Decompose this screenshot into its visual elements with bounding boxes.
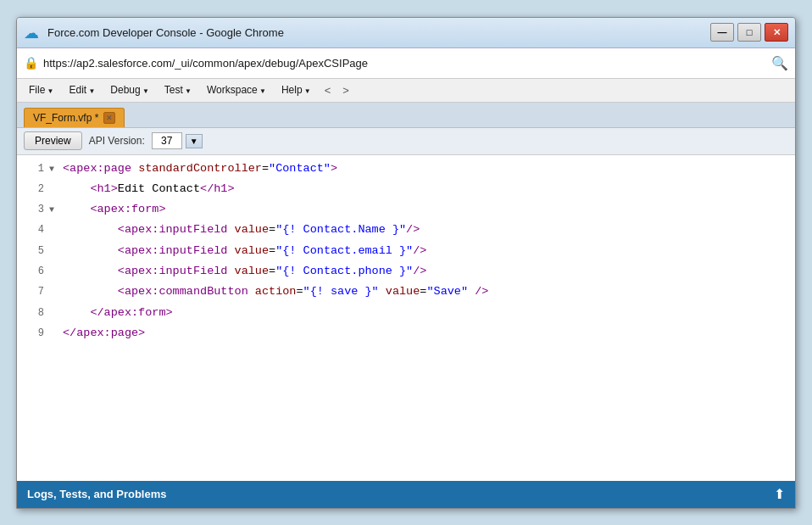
line-number: 4 [24,221,44,240]
table-row: 8 </apex:form> [17,303,795,323]
line-number: 2 [24,181,44,199]
minimize-button[interactable]: — [710,23,734,42]
table-row: 7 <apex:commandButton action="{! save }"… [17,282,795,302]
table-row: 1▼<apex:page standardController="Contact… [17,159,795,179]
bottom-panel: Logs, Tests, and Problems ⬆ [17,481,795,508]
lock-icon: 🔒 [24,56,38,70]
menu-help[interactable]: Help [275,81,318,98]
window-title: Force.com Developer Console - Google Chr… [47,26,710,39]
menu-file[interactable]: File [22,81,60,98]
window-controls: — □ ✕ [710,23,788,42]
menu-debug[interactable]: Debug [103,81,156,98]
expand-panel-icon[interactable]: ⬆ [774,486,785,502]
code-text: <apex:inputField value="{! Contact.Name … [63,220,420,240]
api-version-dropdown-button[interactable]: ▼ [186,134,203,148]
search-icon[interactable]: 🔍 [771,55,788,71]
editor-toolbar: Preview API Version: 37 ▼ [17,128,795,155]
api-version-label: API Version: [89,135,145,147]
code-text: <apex:inputField value="{! Contact.email… [63,241,426,261]
bottom-panel-label: Logs, Tests, and Problems [27,488,166,500]
line-number: 6 [24,263,44,282]
line-number: 8 [24,304,44,323]
code-text: <apex:form> [63,199,166,220]
maximize-button[interactable]: □ [737,23,761,42]
line-number: 1 [24,160,44,179]
code-text: <apex:commandButton action="{! save }" v… [63,282,488,302]
tab-close-button[interactable]: ✕ [103,112,115,124]
line-number: 7 [24,283,44,302]
api-version-selector: 37 ▼ [152,132,203,149]
menu-bar: File Edit Debug Test Workspace Help < > [17,79,795,103]
tab-label: VF_Form.vfp * [33,112,98,124]
nav-back-button[interactable]: < [320,82,336,98]
code-editor[interactable]: 1▼<apex:page standardController="Contact… [17,155,795,481]
code-text: <apex:inputField value="{! Contact.phone… [63,261,426,282]
menu-edit[interactable]: Edit [62,81,102,98]
browser-icon: ☁ [24,24,41,41]
close-button[interactable]: ✕ [765,23,788,42]
browser-window: ☁ Force.com Developer Console - Google C… [16,17,796,509]
editor-tab[interactable]: VF_Form.vfp * ✕ [24,108,125,127]
code-content[interactable]: 1▼<apex:page standardController="Contact… [17,155,795,481]
address-bar: 🔒 https://ap2.salesforce.com/_ui/common/… [17,48,795,79]
table-row: 9 </apex:page> [17,323,795,343]
line-number: 3 [24,201,44,220]
table-row: 6 <apex:inputField value="{! Contact.pho… [17,261,795,282]
title-bar: ☁ Force.com Developer Console - Google C… [17,18,795,48]
url-text[interactable]: https://ap2.salesforce.com/_ui/common/ap… [43,57,766,70]
table-row: 2 <h1>Edit Contact</h1> [17,179,795,199]
nav-forward-button[interactable]: > [337,82,354,98]
line-number: 9 [24,325,44,343]
api-version-value[interactable]: 37 [152,132,182,149]
preview-button[interactable]: Preview [24,131,82,150]
table-row: 5 <apex:inputField value="{! Contact.ema… [17,241,795,261]
code-text: <apex:page standardController="Contact"> [63,159,337,179]
code-text: <h1>Edit Contact</h1> [63,179,235,199]
tab-bar: VF_Form.vfp * ✕ [17,103,795,128]
menu-test[interactable]: Test [158,81,198,98]
code-text: </apex:form> [63,303,173,323]
table-row: 3▼ <apex:form> [17,199,795,220]
fold-arrow[interactable]: ▼ [49,203,59,218]
fold-arrow[interactable]: ▼ [49,162,59,177]
code-text: </apex:page> [63,323,145,343]
table-row: 4 <apex:inputField value="{! Contact.Nam… [17,220,795,240]
menu-workspace[interactable]: Workspace [200,81,273,98]
line-number: 5 [24,243,44,261]
